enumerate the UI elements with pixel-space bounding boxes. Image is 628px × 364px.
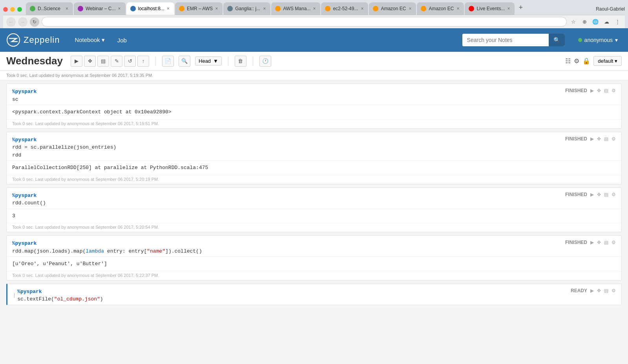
run-cell-icon[interactable]: ▶ <box>590 288 594 293</box>
cell-options-icon[interactable]: ✥ <box>597 192 601 197</box>
show-output-btn[interactable]: ▤ <box>97 56 109 67</box>
cell-header: %pyspark rdd.count() FINISHED ▶ ✥ ▤ ⚙ <box>7 188 621 209</box>
search-code-btn[interactable]: 🔍 <box>179 56 190 67</box>
search-input[interactable] <box>462 34 549 46</box>
browser-tab-active[interactable]: localhost:8... × <box>126 2 174 15</box>
run-cell-icon[interactable]: ▶ <box>590 240 594 245</box>
tab-favicon <box>325 6 330 11</box>
minimize-window-btn[interactable] <box>10 7 15 12</box>
globe-icon[interactable]: 🌐 <box>591 18 600 26</box>
maximize-window-btn[interactable] <box>17 7 22 12</box>
nav-job[interactable]: Job <box>112 33 132 47</box>
cell-options-icon[interactable]: ✥ <box>597 288 601 293</box>
search-box: 🔍 <box>462 34 565 46</box>
cell-settings-icon[interactable]: ▤ <box>604 192 608 197</box>
cell-settings-icon[interactable]: ▤ <box>604 136 608 142</box>
cell-code-content: sc.textFile("ol_cdump.json") <box>17 296 103 302</box>
head-select-label: Head <box>199 58 211 64</box>
interpreter-select[interactable]: default ▾ <box>593 56 622 66</box>
cell-actions: READY ▶ ✥ ▤ ⚙ <box>571 288 616 293</box>
cell-options-icon[interactable]: ✥ <box>597 240 601 245</box>
close-window-btn[interactable] <box>3 7 8 12</box>
tab-favicon <box>179 6 184 11</box>
cell-gear-icon[interactable]: ⚙ <box>612 192 616 197</box>
cell-header: %pyspark rdd = sc.parallelize(json_entri… <box>7 132 621 161</box>
tab-close-icon[interactable]: × <box>361 6 363 11</box>
tab-close-icon[interactable]: × <box>263 6 266 11</box>
back-btn[interactable]: ← <box>6 17 16 27</box>
notebook-cell: %pyspark rdd = sc.parallelize(json_entri… <box>6 132 622 184</box>
run-all-btn[interactable]: ▶ <box>71 56 82 67</box>
more-icon[interactable]: ⋮ <box>613 18 622 26</box>
extensions-icon[interactable]: ⊕ <box>580 18 589 26</box>
cell-code[interactable]: %pyspark rdd.map(json.loads).map(lambda … <box>12 240 202 255</box>
cell-output: ParallelCollectionRDD[250] at paralleliz… <box>7 160 621 175</box>
tab-close-icon[interactable]: × <box>215 6 218 11</box>
username-label: anonymous <box>584 37 613 43</box>
run-cell-icon[interactable]: ▶ <box>590 88 594 93</box>
tab-close-icon[interactable]: × <box>167 6 170 11</box>
browser-tab[interactable]: Amazon EC × <box>417 2 464 15</box>
cell-gear-icon[interactable]: ⚙ <box>612 136 616 142</box>
browser-tab[interactable]: Webinar – C... × <box>74 2 126 15</box>
cell-footer: Took 0 sec. Last updated by anonymous at… <box>7 119 621 128</box>
browser-tab[interactable]: Ganglia:: j... × <box>223 2 270 15</box>
cell-gear-icon[interactable]: ⚙ <box>612 240 616 245</box>
edit-btn[interactable]: ✎ <box>111 56 122 67</box>
tab-close-icon[interactable]: × <box>507 6 510 11</box>
run-cell-icon[interactable]: ▶ <box>590 136 594 142</box>
address-bar[interactable]: localhost:8080/#/notebook/2CRHUBK92 <box>42 17 567 27</box>
refresh-btn[interactable]: ↻ <box>30 17 39 27</box>
search-button[interactable]: 🔍 <box>549 34 565 46</box>
browser-tab[interactable]: EMR – AWS × <box>175 2 223 15</box>
cell-options-icon[interactable]: ✥ <box>597 88 601 93</box>
browser-tab[interactable]: AWS Mana... × <box>271 2 320 15</box>
tab-favicon <box>30 6 35 11</box>
cell-actions: FINISHED ▶ ✥ ▤ ⚙ <box>565 88 616 93</box>
export-btn[interactable]: ↑ <box>137 56 149 67</box>
cell-actions: FINISHED ▶ ✥ ▤ ⚙ <box>565 192 616 197</box>
cell-code[interactable]: %pyspark rdd = sc.parallelize(json_entri… <box>12 136 116 159</box>
cell-gear-icon[interactable]: ⚙ <box>612 288 616 293</box>
cell-header: %pyspark sc FINISHED ▶ ✥ ▤ ⚙ <box>7 84 621 105</box>
cell-code[interactable]: %pyspark sc <box>12 88 37 103</box>
schedule-btn[interactable]: 🕐 <box>259 56 271 67</box>
tab-close-icon[interactable]: × <box>66 6 68 11</box>
browser-tab[interactable]: Live Events... × <box>465 2 515 15</box>
cell-settings-icon[interactable]: ▤ <box>604 88 608 93</box>
browser-tab[interactable]: Amazon EC × <box>369 2 416 15</box>
tab-favicon <box>275 6 281 11</box>
browser-tab[interactable]: ec2-52-49... × <box>321 2 368 15</box>
browser-tab[interactable]: D..Science × <box>26 2 73 15</box>
new-tab-btn[interactable]: + <box>515 4 526 15</box>
cell-settings-icon[interactable]: ▤ <box>604 288 608 293</box>
notebook-title: Wednesday <box>6 55 63 67</box>
cell-settings-icon[interactable]: ▤ <box>604 240 608 245</box>
bookmark-icon[interactable]: ☆ <box>569 18 578 26</box>
tab-close-icon[interactable]: × <box>118 6 120 11</box>
head-select-dropdown[interactable]: Head ▼ <box>195 56 222 66</box>
run-cell-icon[interactable]: ▶ <box>590 192 594 197</box>
version-btn[interactable]: 📄 <box>162 56 174 67</box>
layout-icon[interactable]: ☷ <box>565 57 571 65</box>
cell-magic: %pyspark <box>12 193 37 198</box>
lock-icon[interactable]: 🔒 <box>582 57 590 65</box>
cloud-icon[interactable]: ☁ <box>602 18 611 26</box>
nav-notebook[interactable]: Notebook ▾ <box>69 33 110 47</box>
browser-toolbar-actions: ☆ ⊕ 🌐 ☁ ⋮ <box>569 18 622 26</box>
tab-close-icon[interactable]: × <box>456 6 459 11</box>
tab-favicon <box>78 6 83 11</box>
cell-code[interactable]: %pyspark rdd.count() <box>12 192 46 207</box>
clear-btn[interactable]: ↺ <box>124 56 136 67</box>
tab-close-icon[interactable]: × <box>409 6 411 11</box>
cell-gear-icon[interactable]: ⚙ <box>612 88 616 93</box>
cell-code[interactable]: | %pyspark sc.textFile("ol_cdump.json") <box>13 288 103 303</box>
tab-close-icon[interactable]: × <box>313 6 316 11</box>
show-all-btn[interactable]: ✥ <box>84 56 96 67</box>
user-menu[interactable]: anonymous ▾ <box>574 35 622 46</box>
trash-btn[interactable]: 🗑 <box>235 56 246 67</box>
settings-icon[interactable]: ⚙ <box>574 57 579 65</box>
user-online-indicator <box>578 38 582 42</box>
cell-options-icon[interactable]: ✥ <box>597 136 601 142</box>
forward-btn[interactable]: → <box>18 17 27 27</box>
